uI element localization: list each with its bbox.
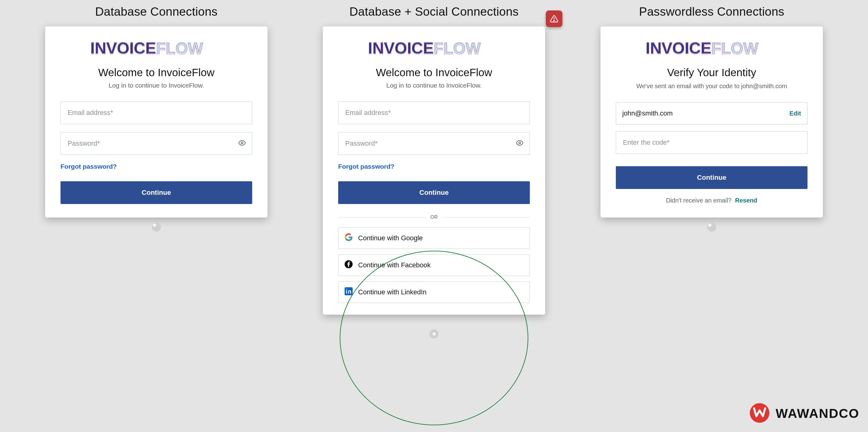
facebook-label: Continue with Facebook bbox=[358, 261, 431, 269]
col-center: Database + Social Connections INVOICEFLO… bbox=[323, 5, 545, 339]
verify-subtitle: We've sent an email with your code to jo… bbox=[616, 82, 807, 91]
section-title-center: Database + Social Connections bbox=[349, 5, 519, 19]
or-text: OR bbox=[430, 214, 438, 220]
code-input[interactable] bbox=[622, 138, 801, 147]
svg-text:INVOICEFLOW: INVOICEFLOW bbox=[90, 40, 203, 58]
no-email-text: Didn't receive an email? bbox=[666, 197, 731, 204]
shield-icon bbox=[152, 222, 161, 232]
continue-button[interactable]: Continue bbox=[338, 181, 530, 204]
welcome-subtitle: Log in to continue to InvoiceFlow. bbox=[61, 82, 252, 89]
brand-logo: INVOICEFLOW INVOICEFLOW bbox=[61, 37, 252, 59]
col-left: Database Connections INVOICEFLOW INVOICE… bbox=[45, 5, 268, 218]
svg-text:INVOICEFLOW: INVOICEFLOW bbox=[368, 40, 481, 58]
brand-text: WAWANDCO bbox=[776, 406, 859, 421]
svg-point-3 bbox=[241, 142, 243, 144]
forgot-password-link[interactable]: Forgot password? bbox=[338, 163, 530, 170]
shield-icon bbox=[429, 329, 439, 339]
footer-brand: WAWANDCO bbox=[749, 402, 859, 425]
forgot-password-link[interactable]: Forgot password? bbox=[61, 163, 252, 170]
svg-point-13 bbox=[750, 403, 769, 423]
continue-button[interactable]: Continue bbox=[616, 166, 807, 189]
password-input[interactable] bbox=[67, 139, 235, 148]
resend-link[interactable]: Resend bbox=[735, 197, 757, 204]
continue-button[interactable]: Continue bbox=[61, 181, 252, 204]
email-field-wrap[interactable] bbox=[61, 101, 252, 124]
col-right: Passwordless Connections INVOICEFLOW INV… bbox=[600, 5, 823, 218]
auth-card-passwordless: INVOICEFLOW INVOICEFLOW Verify Your Iden… bbox=[600, 26, 823, 218]
google-label: Continue with Google bbox=[358, 234, 423, 242]
brand-logo: INVOICEFLOW INVOICEFLOW bbox=[616, 37, 807, 59]
email-input[interactable] bbox=[67, 109, 246, 117]
google-icon bbox=[345, 233, 352, 243]
warning-icon bbox=[546, 10, 562, 27]
linkedin-signin-button[interactable]: Continue with LinkedIn bbox=[338, 281, 530, 303]
linkedin-label: Continue with LinkedIn bbox=[358, 288, 427, 296]
section-title-left: Database Connections bbox=[95, 5, 218, 19]
shield-icon bbox=[707, 222, 716, 232]
or-divider: OR bbox=[338, 214, 530, 220]
verify-heading: Verify Your Identity bbox=[616, 66, 807, 79]
eye-icon[interactable] bbox=[516, 139, 523, 148]
brand-logo-icon bbox=[749, 402, 770, 425]
brand-logo: INVOICEFLOW INVOICEFLOW bbox=[338, 37, 530, 59]
svg-point-10 bbox=[554, 20, 554, 21]
password-field-wrap[interactable] bbox=[61, 132, 252, 155]
email-value: john@smith.com bbox=[622, 110, 673, 117]
email-input[interactable] bbox=[345, 109, 523, 117]
eye-icon[interactable] bbox=[238, 139, 246, 148]
welcome-heading: Welcome to InvoiceFlow bbox=[61, 66, 252, 79]
email-field-wrap[interactable] bbox=[338, 101, 530, 124]
auth-card-db-social: INVOICEFLOW INVOICEFLOW Welcome to Invoi… bbox=[323, 26, 545, 315]
svg-text:INVOICEFLOW: INVOICEFLOW bbox=[646, 40, 758, 58]
shield-icon-wrap bbox=[429, 329, 439, 339]
password-field-wrap[interactable] bbox=[338, 132, 530, 155]
section-title-right: Passwordless Connections bbox=[639, 5, 784, 19]
edit-email-link[interactable]: Edit bbox=[789, 110, 801, 117]
email-readonly: john@smith.com Edit bbox=[616, 102, 807, 124]
google-signin-button[interactable]: Continue with Google bbox=[338, 227, 530, 249]
auth-card-db: INVOICEFLOW INVOICEFLOW Welcome to Invoi… bbox=[45, 26, 268, 218]
welcome-heading: Welcome to InvoiceFlow bbox=[338, 66, 530, 79]
resend-row: Didn't receive an email? Resend bbox=[616, 197, 807, 204]
password-input[interactable] bbox=[345, 139, 513, 148]
linkedin-icon bbox=[345, 287, 352, 297]
code-field-wrap[interactable] bbox=[616, 131, 807, 154]
stage: Database Connections INVOICEFLOW INVOICE… bbox=[0, 0, 868, 432]
welcome-subtitle: Log in to continue to InvoiceFlow. bbox=[338, 82, 530, 89]
svg-point-6 bbox=[519, 142, 521, 144]
facebook-signin-button[interactable]: Continue with Facebook bbox=[338, 254, 530, 276]
facebook-icon bbox=[345, 260, 352, 270]
